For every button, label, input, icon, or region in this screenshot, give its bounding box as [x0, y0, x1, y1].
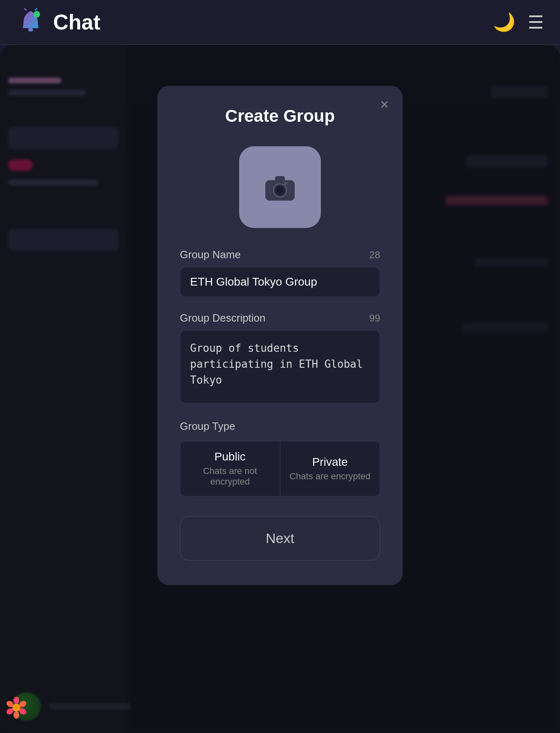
group-description-counter: 99	[369, 313, 380, 324]
group-name-row: Group Name 28	[180, 248, 380, 261]
hamburger-menu-icon[interactable]: ☰	[528, 12, 544, 33]
svg-rect-5	[275, 176, 285, 182]
camera-icon	[264, 173, 296, 201]
modal-overlay: Create Group × Group Name 28	[0, 45, 560, 733]
svg-point-1	[34, 11, 40, 18]
type-public-title: Public	[188, 450, 272, 463]
type-public-button[interactable]: Public Chats are not encrypted	[180, 441, 280, 496]
svg-line-2	[25, 9, 26, 10]
app-title: Chat	[53, 10, 101, 34]
app-logo	[16, 8, 45, 36]
flower-icon	[4, 695, 29, 720]
type-private-title: Private	[289, 456, 372, 469]
group-description-label: Group Description	[180, 312, 266, 324]
group-name-input[interactable]	[180, 267, 380, 297]
svg-point-13	[13, 711, 19, 719]
type-private-subtitle: Chats are encrypted	[289, 471, 372, 482]
main-area: Create Group × Group Name 28	[0, 45, 560, 733]
group-type-selector: Public Chats are not encrypted Private C…	[180, 441, 380, 496]
group-name-label: Group Name	[180, 248, 241, 261]
type-public-subtitle: Chats are not encrypted	[188, 466, 272, 487]
settings-icon-area[interactable]	[4, 695, 29, 722]
svg-rect-0	[28, 28, 33, 31]
svg-line-3	[35, 9, 37, 10]
group-name-counter: 28	[369, 249, 380, 261]
svg-point-7	[276, 186, 284, 194]
modal-title: Create Group	[180, 106, 380, 126]
svg-point-8	[284, 182, 287, 185]
app-header: Chat 🌙 ☰	[0, 0, 560, 45]
create-group-modal: Create Group × Group Name 28	[157, 86, 403, 585]
header-actions: 🌙 ☰	[493, 11, 544, 33]
next-button[interactable]: Next	[180, 516, 380, 561]
group-type-label: Group Type	[180, 420, 380, 433]
type-private-button[interactable]: Private Chats are encrypted	[280, 441, 380, 496]
svg-point-17	[14, 706, 18, 710]
close-button[interactable]: ×	[380, 97, 389, 112]
theme-toggle-icon[interactable]: 🌙	[493, 11, 515, 33]
group-description-row: Group Description 99	[180, 312, 380, 324]
group-image-picker[interactable]	[239, 146, 321, 228]
group-description-input[interactable]: Group of students participating in ETH G…	[180, 330, 380, 404]
svg-point-10	[13, 697, 19, 704]
